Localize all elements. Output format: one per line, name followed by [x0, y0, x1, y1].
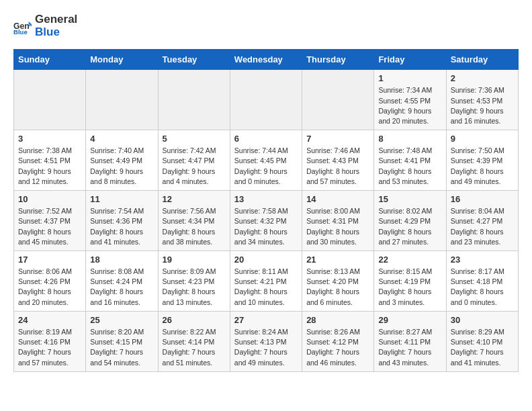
- calendar-cell: 19Sunrise: 8:09 AMSunset: 4:23 PMDayligh…: [158, 251, 230, 312]
- calendar-cell: 23Sunrise: 8:17 AMSunset: 4:18 PMDayligh…: [446, 251, 518, 312]
- page-header: Gen Blue General Blue: [13, 13, 519, 38]
- day-number: 26: [163, 315, 226, 325]
- day-number: 12: [163, 194, 226, 204]
- calendar-cell: 12Sunrise: 7:56 AMSunset: 4:34 PMDayligh…: [158, 191, 230, 251]
- calendar-cell: 8Sunrise: 7:48 AMSunset: 4:41 PMDaylight…: [374, 130, 446, 191]
- calendar-cell: 7Sunrise: 7:46 AMSunset: 4:43 PMDaylight…: [302, 130, 374, 191]
- calendar-cell: 17Sunrise: 8:06 AMSunset: 4:26 PMDayligh…: [14, 251, 86, 312]
- calendar-cell: 24Sunrise: 8:19 AMSunset: 4:16 PMDayligh…: [14, 311, 86, 371]
- day-detail: Sunrise: 7:56 AMSunset: 4:34 PMDaylight:…: [163, 206, 226, 247]
- calendar-cell: 27Sunrise: 8:24 AMSunset: 4:13 PMDayligh…: [230, 311, 302, 371]
- calendar-cell: [230, 70, 302, 130]
- calendar-table: SundayMondayTuesdayWednesdayThursdayFrid…: [13, 49, 519, 371]
- calendar-cell: 13Sunrise: 7:58 AMSunset: 4:32 PMDayligh…: [230, 191, 302, 251]
- day-number: 23: [451, 255, 514, 265]
- calendar-cell: 4Sunrise: 7:40 AMSunset: 4:49 PMDaylight…: [86, 130, 158, 191]
- day-detail: Sunrise: 7:38 AMSunset: 4:51 PMDaylight:…: [18, 146, 81, 187]
- calendar-week-1: 1Sunrise: 7:34 AMSunset: 4:55 PMDaylight…: [14, 70, 519, 130]
- svg-marker-3: [29, 22, 32, 26]
- day-detail: Sunrise: 8:26 AMSunset: 4:12 PMDaylight:…: [306, 327, 369, 368]
- calendar-cell: 28Sunrise: 8:26 AMSunset: 4:12 PMDayligh…: [302, 311, 374, 371]
- day-detail: Sunrise: 7:58 AMSunset: 4:32 PMDaylight:…: [234, 206, 298, 247]
- day-detail: Sunrise: 7:46 AMSunset: 4:43 PMDaylight:…: [306, 146, 369, 187]
- day-detail: Sunrise: 7:50 AMSunset: 4:39 PMDaylight:…: [451, 146, 514, 187]
- calendar-cell: 29Sunrise: 8:27 AMSunset: 4:11 PMDayligh…: [374, 311, 446, 371]
- day-number: 28: [306, 315, 369, 325]
- calendar-cell: 3Sunrise: 7:38 AMSunset: 4:51 PMDaylight…: [14, 130, 86, 191]
- day-number: 10: [18, 194, 81, 204]
- weekday-header-wednesday: Wednesday: [230, 50, 302, 70]
- day-number: 5: [163, 134, 226, 144]
- day-number: 22: [378, 255, 441, 265]
- weekday-header-tuesday: Tuesday: [158, 50, 230, 70]
- weekday-header-sunday: Sunday: [14, 50, 86, 70]
- day-detail: Sunrise: 8:04 AMSunset: 4:27 PMDaylight:…: [451, 206, 514, 247]
- calendar-cell: 16Sunrise: 8:04 AMSunset: 4:27 PMDayligh…: [446, 191, 518, 251]
- calendar-cell: [158, 70, 230, 130]
- logo-icon: Gen Blue: [13, 17, 32, 36]
- day-detail: Sunrise: 8:11 AMSunset: 4:21 PMDaylight:…: [234, 267, 298, 308]
- day-number: 27: [234, 315, 298, 325]
- day-detail: Sunrise: 7:44 AMSunset: 4:45 PMDaylight:…: [234, 146, 298, 187]
- day-detail: Sunrise: 7:54 AMSunset: 4:36 PMDaylight:…: [90, 206, 153, 247]
- calendar-cell: 25Sunrise: 8:20 AMSunset: 4:15 PMDayligh…: [86, 311, 158, 371]
- day-number: 4: [90, 134, 153, 144]
- day-detail: Sunrise: 8:08 AMSunset: 4:24 PMDaylight:…: [90, 267, 153, 308]
- day-detail: Sunrise: 8:09 AMSunset: 4:23 PMDaylight:…: [163, 267, 226, 308]
- day-detail: Sunrise: 8:27 AMSunset: 4:11 PMDaylight:…: [378, 327, 441, 368]
- day-detail: Sunrise: 8:02 AMSunset: 4:29 PMDaylight:…: [378, 206, 441, 247]
- calendar-cell: 18Sunrise: 8:08 AMSunset: 4:24 PMDayligh…: [86, 251, 158, 312]
- day-number: 11: [90, 194, 153, 204]
- day-detail: Sunrise: 8:19 AMSunset: 4:16 PMDaylight:…: [18, 327, 81, 368]
- day-detail: Sunrise: 7:40 AMSunset: 4:49 PMDaylight:…: [90, 146, 153, 187]
- day-number: 15: [378, 194, 441, 204]
- calendar-cell: 15Sunrise: 8:02 AMSunset: 4:29 PMDayligh…: [374, 191, 446, 251]
- logo-line2: Blue: [35, 26, 77, 39]
- calendar-cell: 1Sunrise: 7:34 AMSunset: 4:55 PMDaylight…: [374, 70, 446, 130]
- calendar-cell: 20Sunrise: 8:11 AMSunset: 4:21 PMDayligh…: [230, 251, 302, 312]
- day-detail: Sunrise: 8:13 AMSunset: 4:20 PMDaylight:…: [306, 267, 369, 308]
- calendar-cell: [302, 70, 374, 130]
- calendar-cell: [14, 70, 86, 130]
- day-detail: Sunrise: 8:17 AMSunset: 4:18 PMDaylight:…: [451, 267, 514, 308]
- day-number: 18: [90, 255, 153, 265]
- calendar-cell: 10Sunrise: 7:52 AMSunset: 4:37 PMDayligh…: [14, 191, 86, 251]
- day-number: 8: [378, 134, 441, 144]
- day-number: 24: [18, 315, 81, 325]
- day-number: 13: [234, 194, 298, 204]
- day-detail: Sunrise: 8:29 AMSunset: 4:10 PMDaylight:…: [451, 327, 514, 368]
- day-number: 21: [306, 255, 369, 265]
- day-number: 2: [451, 73, 514, 83]
- day-detail: Sunrise: 8:00 AMSunset: 4:31 PMDaylight:…: [306, 206, 369, 247]
- day-number: 14: [306, 194, 369, 204]
- day-number: 20: [234, 255, 298, 265]
- day-number: 17: [18, 255, 81, 265]
- calendar-cell: 30Sunrise: 8:29 AMSunset: 4:10 PMDayligh…: [446, 311, 518, 371]
- calendar-cell: 26Sunrise: 8:22 AMSunset: 4:14 PMDayligh…: [158, 311, 230, 371]
- day-detail: Sunrise: 8:22 AMSunset: 4:14 PMDaylight:…: [163, 327, 226, 368]
- calendar-cell: [86, 70, 158, 130]
- day-number: 30: [451, 315, 514, 325]
- weekday-header-friday: Friday: [374, 50, 446, 70]
- day-detail: Sunrise: 7:34 AMSunset: 4:55 PMDaylight:…: [378, 85, 441, 126]
- day-number: 19: [163, 255, 226, 265]
- calendar-cell: 9Sunrise: 7:50 AMSunset: 4:39 PMDaylight…: [446, 130, 518, 191]
- day-number: 29: [378, 315, 441, 325]
- calendar-cell: 22Sunrise: 8:15 AMSunset: 4:19 PMDayligh…: [374, 251, 446, 312]
- calendar-cell: 14Sunrise: 8:00 AMSunset: 4:31 PMDayligh…: [302, 191, 374, 251]
- calendar-header: SundayMondayTuesdayWednesdayThursdayFrid…: [14, 50, 519, 70]
- day-number: 25: [90, 315, 153, 325]
- day-number: 7: [306, 134, 369, 144]
- day-detail: Sunrise: 7:48 AMSunset: 4:41 PMDaylight:…: [378, 146, 441, 187]
- svg-text:Blue: Blue: [13, 28, 28, 36]
- day-detail: Sunrise: 8:24 AMSunset: 4:13 PMDaylight:…: [234, 327, 298, 368]
- weekday-header-monday: Monday: [86, 50, 158, 70]
- day-detail: Sunrise: 7:36 AMSunset: 4:53 PMDaylight:…: [451, 85, 514, 126]
- calendar-cell: 6Sunrise: 7:44 AMSunset: 4:45 PMDaylight…: [230, 130, 302, 191]
- calendar-body: 1Sunrise: 7:34 AMSunset: 4:55 PMDaylight…: [14, 70, 519, 371]
- calendar-week-2: 3Sunrise: 7:38 AMSunset: 4:51 PMDaylight…: [14, 130, 519, 191]
- day-number: 9: [451, 134, 514, 144]
- day-detail: Sunrise: 7:42 AMSunset: 4:47 PMDaylight:…: [163, 146, 226, 187]
- day-detail: Sunrise: 8:20 AMSunset: 4:15 PMDaylight:…: [90, 327, 153, 368]
- weekday-row: SundayMondayTuesdayWednesdayThursdayFrid…: [14, 50, 519, 70]
